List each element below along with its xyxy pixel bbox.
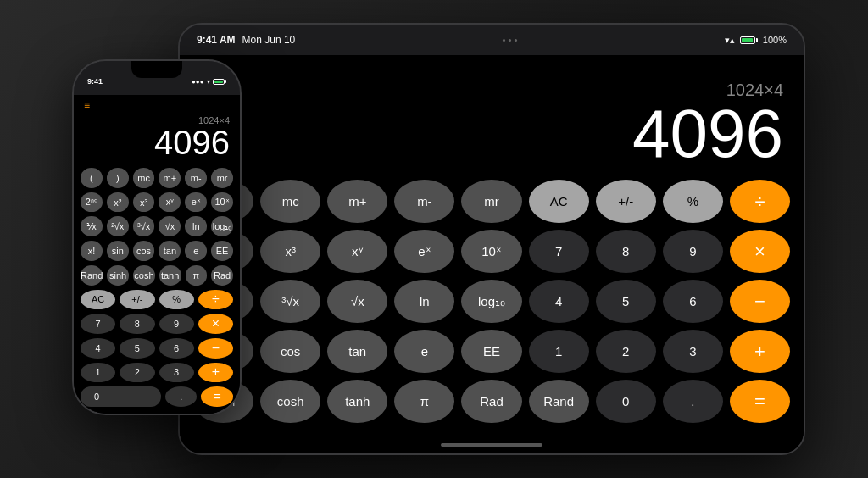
iphone-btn-m[interactable]: m- (185, 168, 207, 188)
ipad-btn-7[interactable]: 7 (529, 230, 589, 273)
ipad-btn-10[interactable]: 10ˣ (461, 230, 521, 273)
ipad-btn-e[interactable]: eˣ (394, 230, 454, 273)
ipad-btn-rad[interactable]: Rad (461, 380, 521, 423)
ipad-btn-1[interactable]: 1 (529, 330, 589, 373)
iphone-btn-x[interactable]: x! (81, 241, 103, 261)
ipad-home-bar (180, 436, 804, 453)
iphone-btn-x[interactable]: x³ (133, 192, 155, 213)
iphone-btn-x[interactable]: x² (107, 192, 129, 213)
ipad-btn-tan[interactable]: tan (327, 330, 387, 373)
iphone-btn-cos[interactable]: cos (133, 241, 155, 261)
iphone-btn-x[interactable]: √x (159, 216, 181, 236)
iphone-btn-[interactable]: ) (107, 168, 129, 188)
ipad-btn-btn[interactable]: = (730, 380, 790, 423)
iphone-btn-rand[interactable]: Rand (81, 265, 103, 286)
ipad-btn-x[interactable]: ³√x (260, 280, 320, 323)
iphone-btn-7[interactable]: 7 (81, 314, 115, 334)
ipad-btn-btn[interactable]: π (394, 380, 454, 423)
ipad-btn-3[interactable]: 3 (663, 330, 723, 373)
iphone-btn-e[interactable]: eˣ (185, 192, 207, 213)
iphone-btn-2[interactable]: 2 (120, 363, 154, 383)
iphone-btn-4[interactable]: 4 (81, 338, 115, 358)
iphone-btn-5[interactable]: 5 (120, 338, 154, 358)
iphone-btn-sinh[interactable]: sinh (107, 265, 129, 286)
ipad-btn-e[interactable]: e (394, 330, 454, 373)
ipad-btn-6[interactable]: 6 (663, 280, 723, 323)
ipad-btn-btn[interactable]: + (730, 330, 790, 373)
ipad-btn-mr[interactable]: mr (461, 180, 521, 223)
iphone-btn-m[interactable]: m+ (159, 168, 181, 188)
ipad-btn-9[interactable]: 9 (663, 230, 723, 273)
iphone-btn-8[interactable]: 8 (120, 314, 154, 334)
iphone-btn-x[interactable]: ⅟x (81, 216, 103, 236)
ipad-btn-cos[interactable]: cos (260, 330, 320, 373)
iphone-btn-10[interactable]: 10ˣ (211, 192, 233, 213)
iphone-device: 9:41 ●●● ▾ ≡ 1024×4 4096 ()mcm+m-mr2ⁿᵈx²… (72, 59, 242, 415)
ipad-btn-cosh[interactable]: cosh (260, 380, 320, 423)
ipad-btn-rand[interactable]: Rand (529, 380, 589, 423)
iphone-btn-ln[interactable]: ln (185, 216, 207, 236)
iphone-btn-[interactable]: π (186, 265, 208, 286)
iphone-btn-[interactable]: ÷ (198, 290, 233, 310)
ipad-btn-ee[interactable]: EE (461, 330, 521, 373)
ipad-btn-4[interactable]: 4 (529, 280, 589, 323)
iphone-btn-[interactable]: +/- (120, 290, 154, 310)
iphone-btn-tanh[interactable]: tanh (159, 265, 181, 286)
ipad-status-bar: 9:41 AM Mon Jun 10 ▾▴ 100% (180, 25, 804, 55)
ipad-btn-btn[interactable]: ÷ (730, 180, 790, 223)
iphone-btn-6[interactable]: 6 (159, 338, 194, 358)
iphone-btn-e[interactable]: e (185, 241, 207, 261)
iphone-btn-x[interactable]: ²√x (107, 216, 129, 236)
iphone-btn-mc[interactable]: mc (133, 168, 155, 188)
iphone-btn-[interactable]: − (198, 338, 233, 358)
iphone-battery-icon (213, 79, 227, 85)
iphone-btn-0[interactable]: 0 (81, 386, 161, 407)
ipad-btn-8[interactable]: 8 (596, 230, 656, 273)
iphone-btn-1[interactable]: 1 (81, 363, 115, 383)
iphone-btn-ee[interactable]: EE (211, 241, 233, 261)
ipad-btn-m[interactable]: m+ (327, 180, 387, 223)
ipad-btn-mc[interactable]: mc (260, 180, 320, 223)
iphone-btn-[interactable]: × (198, 314, 233, 334)
iphone-keypad: ()mcm+m-mr2ⁿᵈx²x³xʸeˣ10ˣ⅟x²√x³√x√xlnlog₁… (74, 164, 240, 414)
iphone-btn-x[interactable]: ³√x (133, 216, 155, 236)
iphone-btn-[interactable]: % (159, 290, 194, 310)
iphone-btn-mr[interactable]: mr (211, 168, 233, 188)
ipad-btn-btn[interactable]: − (730, 280, 790, 323)
ipad-btn-x[interactable]: xʸ (327, 230, 387, 273)
iphone-btn-tan[interactable]: tan (159, 241, 181, 261)
iphone-btn-[interactable]: ( (81, 168, 103, 188)
ipad-btn-btn[interactable]: +/- (596, 180, 656, 223)
ipad-btn-m[interactable]: m- (394, 180, 454, 223)
iphone-button-row: 456− (81, 338, 233, 358)
ipad-btn-ln[interactable]: ln (394, 280, 454, 323)
iphone-menu-icon[interactable]: ≡ (84, 99, 90, 111)
ipad-btn-5[interactable]: 5 (596, 280, 656, 323)
iphone-signal: ●●● (192, 78, 204, 86)
ipad-btn-x[interactable]: x³ (260, 230, 320, 273)
ipad-btn-x[interactable]: √x (327, 280, 387, 323)
iphone-btn-rad[interactable]: Rad (211, 265, 233, 286)
iphone-btn-2[interactable]: 2ⁿᵈ (81, 192, 103, 213)
ipad-wifi-icon: ▾▴ (725, 35, 735, 46)
iphone-btn-log[interactable]: log₁₀ (211, 216, 233, 236)
ipad-btn-log[interactable]: log₁₀ (461, 280, 521, 323)
iphone-button-row: RandsinhcoshtanhπRad (81, 265, 233, 286)
iphone-btn-[interactable]: + (198, 363, 233, 383)
iphone-btn-ac[interactable]: AC (81, 290, 115, 310)
iphone-btn-cosh[interactable]: cosh (133, 265, 155, 286)
ipad-btn-btn[interactable]: . (663, 380, 723, 423)
ipad-btn-ac[interactable]: AC (529, 180, 589, 223)
ipad-btn-tanh[interactable]: tanh (327, 380, 387, 423)
ipad-btn-btn[interactable]: × (730, 230, 790, 273)
iphone-btn-x[interactable]: xʸ (159, 192, 181, 213)
iphone-btn-9[interactable]: 9 (159, 314, 194, 334)
ipad-btn-btn[interactable]: % (663, 180, 723, 223)
iphone-btn-3[interactable]: 3 (159, 363, 194, 383)
iphone-btn-[interactable]: . (165, 386, 198, 407)
ipad-btn-0[interactable]: 0 (596, 380, 656, 423)
ipad-camera-area (503, 39, 517, 42)
iphone-btn-[interactable]: = (201, 386, 233, 407)
ipad-btn-2[interactable]: 2 (596, 330, 656, 373)
iphone-btn-sin[interactable]: sin (107, 241, 129, 261)
